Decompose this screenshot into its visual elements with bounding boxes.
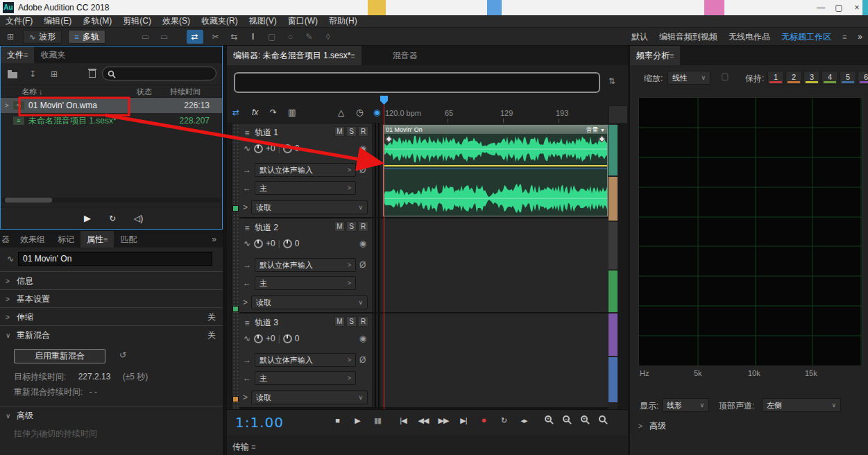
menu-effects[interactable]: 效果(S) bbox=[157, 15, 196, 27]
file-row[interactable]: ≡ 未命名混音项目 1.sesx* 228.207 bbox=[1, 113, 222, 128]
panel-menu-icon[interactable]: ≡ bbox=[103, 235, 108, 243]
top-channel-select[interactable]: 左侧∨ bbox=[762, 398, 841, 412]
panel-menu-icon[interactable]: ≡ bbox=[251, 443, 255, 451]
target-duration-tolerance[interactable]: (±5 秒) bbox=[123, 372, 148, 381]
arm-record-button[interactable]: R bbox=[358, 126, 368, 137]
workspace-grid-icon[interactable]: ⊞ bbox=[4, 32, 17, 42]
play-button[interactable]: ▶ bbox=[350, 413, 365, 427]
automation-mode-select[interactable]: 读取∨ bbox=[251, 295, 368, 309]
skip-selection-icon[interactable]: ⇄ bbox=[232, 108, 239, 117]
tab-markers[interactable]: 标记 bbox=[51, 231, 80, 248]
pan-value[interactable]: 0 bbox=[295, 334, 300, 343]
brush-tool-button[interactable]: ✎ bbox=[303, 32, 316, 42]
volume-knob[interactable] bbox=[254, 239, 263, 248]
menu-window[interactable]: 窗口(W) bbox=[282, 15, 323, 27]
track-color-chip[interactable] bbox=[232, 306, 239, 312]
spot-heal-tool-button[interactable]: ◊ bbox=[322, 32, 334, 42]
trash-icon[interactable] bbox=[89, 70, 96, 78]
expand-icon[interactable]: > bbox=[1, 102, 13, 109]
target-duration-value[interactable]: 227.2.13 bbox=[78, 372, 111, 381]
skip-selection-button[interactable]: ◂▸ bbox=[516, 413, 531, 427]
hold-button-5[interactable]: 5 bbox=[840, 71, 856, 85]
automation-mode-select[interactable]: 读取∨ bbox=[251, 200, 368, 214]
volume-envelope[interactable] bbox=[384, 165, 607, 166]
track-color-chip[interactable] bbox=[232, 205, 239, 212]
track-lane[interactable]: 01 Movin' On音量 ▼ bbox=[382, 123, 609, 218]
track-lane[interactable] bbox=[382, 314, 609, 409]
solo-button[interactable]: S bbox=[346, 221, 357, 232]
playhead-line[interactable] bbox=[384, 104, 384, 409]
output-select[interactable]: 主> bbox=[255, 276, 356, 290]
zoom-full-icon[interactable] bbox=[599, 415, 606, 422]
enable-remix-button[interactable]: 启用重新混合 bbox=[14, 349, 105, 363]
go-to-end-button[interactable]: ▶| bbox=[456, 413, 471, 427]
meters-icon[interactable]: ▥ bbox=[288, 108, 296, 117]
media-browser-icon[interactable]: ⊞ bbox=[48, 69, 60, 79]
marquee-tool-button[interactable]: ▢ bbox=[266, 32, 278, 42]
panel-menu-icon[interactable]: ≡ bbox=[24, 51, 28, 59]
menu-help[interactable]: 帮助(H) bbox=[323, 15, 363, 27]
audio-clip[interactable]: 01 Movin' On音量 ▼ bbox=[383, 125, 608, 216]
scale-select[interactable]: 线性∨ bbox=[667, 71, 710, 85]
freq-advanced-section[interactable]: >高级 bbox=[638, 420, 666, 432]
pan-knob[interactable] bbox=[283, 144, 292, 153]
volume-value[interactable]: +0 bbox=[266, 239, 275, 248]
display-select[interactable]: 线形∨ bbox=[662, 398, 709, 412]
workspace-edit-audio-to-video[interactable]: 编辑音频到视频 bbox=[659, 31, 717, 43]
track-header[interactable]: ≡轨道 1 M S R ∿ +0 | 0 ◉ bbox=[239, 123, 373, 218]
stop-button[interactable]: ■ bbox=[330, 413, 345, 427]
arm-record-button[interactable]: R bbox=[358, 316, 368, 327]
track-header[interactable]: ≡轨道 3 M S R ∿ +0 | 0 ◉ bbox=[239, 314, 373, 409]
clip-name-field[interactable]: 01 Movin' On bbox=[18, 252, 212, 266]
lasso-tool-button[interactable]: ○ bbox=[284, 32, 297, 42]
volume-knob[interactable] bbox=[254, 144, 263, 153]
tab-editor[interactable]: 编辑器: 未命名混音项目 1.sesx*≡ bbox=[227, 46, 361, 65]
solo-button[interactable]: S bbox=[346, 126, 357, 137]
pan-value[interactable]: 0 bbox=[295, 239, 300, 248]
tab-mixer[interactable]: 混音器 bbox=[386, 46, 424, 65]
close-button[interactable]: × bbox=[849, 0, 865, 15]
section-remix[interactable]: ∨重新混合关 bbox=[0, 325, 223, 343]
zoom-navigator[interactable] bbox=[234, 72, 600, 93]
snap-icon[interactable]: ◉ bbox=[373, 108, 380, 117]
track-color-scrollbar[interactable] bbox=[609, 123, 618, 409]
preview-play-button[interactable]: ▶ bbox=[84, 213, 91, 223]
file-row-selected[interactable]: > ∿ 01 Movin' On.wma 226:13 bbox=[1, 98, 222, 113]
zoom-in-icon[interactable]: + bbox=[545, 415, 552, 422]
automation-chevron-icon[interactable]: > bbox=[243, 203, 248, 212]
slip-tool-button[interactable]: ⇆ bbox=[228, 32, 241, 42]
hold-button-6[interactable]: 6 bbox=[858, 71, 868, 85]
input-select[interactable]: 默认立体声输入> bbox=[255, 258, 356, 272]
tab-effects-rack[interactable]: 效果组 bbox=[14, 231, 51, 248]
open-file-icon[interactable] bbox=[8, 72, 17, 78]
section-info[interactable]: >信息 bbox=[0, 271, 223, 289]
reset-icon[interactable]: ↺ bbox=[117, 350, 129, 360]
go-to-start-button[interactable]: |◀ bbox=[395, 413, 411, 427]
input-select[interactable]: 默认立体声输入> bbox=[255, 353, 356, 367]
volume-value[interactable]: +0 bbox=[266, 334, 275, 343]
mute-button[interactable]: M bbox=[334, 221, 345, 232]
video-monitor-icon[interactable]: ▭ bbox=[139, 32, 152, 42]
fast-forward-button[interactable]: ▶▶ bbox=[436, 413, 451, 427]
workspace-default[interactable]: 默认 bbox=[631, 31, 648, 43]
minimize-button[interactable]: — bbox=[812, 0, 829, 15]
menu-multitrack[interactable]: 多轨(M) bbox=[77, 15, 117, 27]
col-duration[interactable]: 持续时间 bbox=[170, 87, 201, 97]
track-header[interactable]: ≡轨道 2 M S R ∿ +0 | 0 ◉ bbox=[239, 218, 373, 314]
workspace-menu-icon[interactable]: ≡ bbox=[842, 33, 846, 41]
hold-button-2[interactable]: 2 bbox=[785, 71, 802, 85]
workspace-radio-production[interactable]: 无线电作品 bbox=[729, 31, 770, 43]
tab-frequency-analysis[interactable]: 频率分析≡ bbox=[630, 46, 680, 65]
time-selection-tool-button[interactable]: I bbox=[247, 32, 259, 42]
clip-header[interactable]: 01 Movin' On音量 ▼ bbox=[384, 126, 607, 134]
automation-chevron-icon[interactable]: > bbox=[243, 393, 248, 402]
fx-icon[interactable]: fx bbox=[252, 108, 258, 117]
pan-knob[interactable] bbox=[283, 334, 292, 343]
tab-match[interactable]: 匹配 bbox=[114, 231, 143, 248]
razor-tool-button[interactable]: ✂ bbox=[210, 32, 222, 42]
zoom-out-icon[interactable]: − bbox=[563, 415, 570, 422]
metadata-monitor-icon[interactable]: ▭ bbox=[158, 32, 171, 42]
volume-knob[interactable] bbox=[254, 334, 263, 343]
horizontal-scrollbar-thumb[interactable] bbox=[5, 198, 52, 203]
tabs-overflow[interactable]: » bbox=[205, 231, 223, 248]
